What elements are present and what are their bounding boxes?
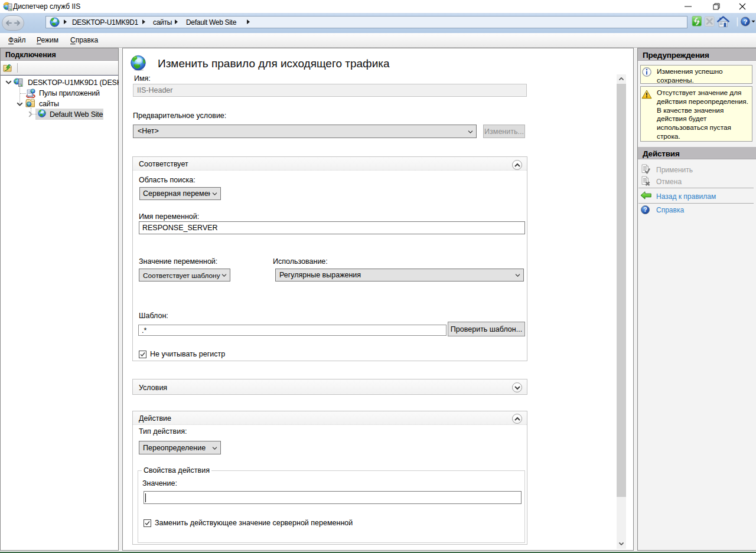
- svg-text:?: ?: [743, 18, 747, 25]
- svg-text:?: ?: [643, 206, 647, 213]
